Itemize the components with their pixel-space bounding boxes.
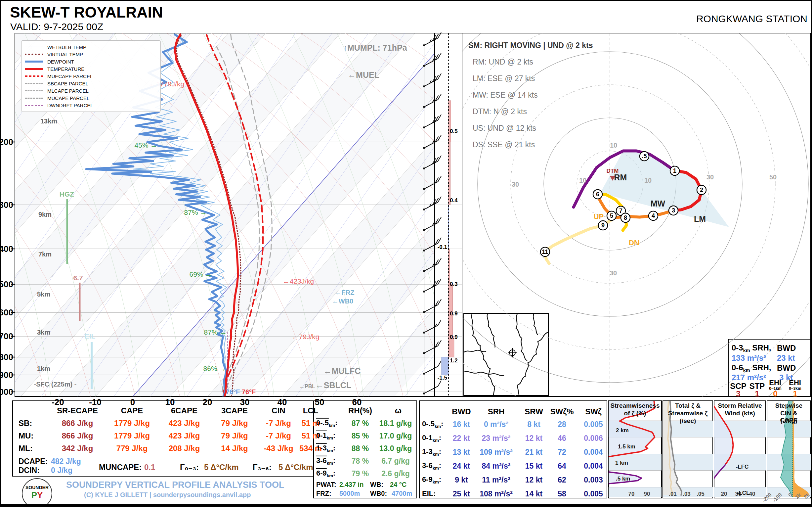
gamma03-label: Γ₀₋₃: [180,463,199,472]
kin-row-label: EIL: [422,490,436,498]
rh-row-label: 0-1km: [316,431,335,441]
pressure-tick-700: 700 [0,331,13,342]
svg-text:7: 7 [619,208,622,214]
inset-title: (/sec) [680,418,696,425]
kin-header-4: SWζ [585,407,602,416]
legend-item: MUECAPE PARCEL [25,72,157,80]
pressure-tick-300: 300 [0,200,13,210]
gamma36-value: 5 Δ°C/km [278,463,313,472]
frz-value: 5000m [339,490,360,497]
legend-line-sample [25,75,43,77]
annotation: 87% → [204,328,227,336]
svg-text:8: 8 [624,215,627,221]
legend-item: MLCAPE PARCEL [25,87,157,94]
annotation: 87% → [184,209,207,216]
hodo-info-line: SM: RIGHT MOVING | UND @ 2 kts [469,41,593,50]
pressure-tick-800: 800 [0,352,13,362]
muncape-value: 0.1 [144,463,155,472]
svg-text:-LCL: -LCL [737,490,750,496]
svg-text:UP: UP [594,213,604,221]
svg-text:30: 30 [512,181,519,188]
kin-value: 21 kt [525,448,543,457]
thermo-value: 79 J/kg [221,431,248,441]
legend-item-label: MLCAPE PARCEL [47,88,89,94]
thermo-value: 14 J/kg [221,444,248,453]
pwat-value: 2.437 in [339,481,364,489]
kin-header-1: SRH [488,407,505,416]
legend-line-sample [25,68,43,70]
pwat-label: PWAT: [316,481,336,489]
scp-value: 3 [736,389,740,398]
ehi3-value: 1 [793,389,797,398]
thermo-value: -7 J/kg [266,431,291,441]
annotation: -SFC (225m) - [34,381,77,388]
thermo-value: 866 J/kg [62,418,93,428]
kin-value: 25 kt [453,490,470,498]
svg-text:4: 4 [651,213,655,219]
kin-row-label: 0-1km: [422,434,441,443]
legend-item-label: VIRTUAL TEMP [47,52,83,57]
dcin-label: DCIN: [18,466,40,475]
stp-value: 1 [755,389,759,398]
rh-header: RH(%) [348,406,372,415]
kin-value: 0.005 [584,420,603,429]
legend-line-sample [25,90,43,91]
omega-header: ω [395,406,401,415]
legend-item: MUCAPE PARCEL [25,94,157,102]
rh-value: 88 % [352,444,369,453]
kin-value: 14 kt [525,490,543,498]
credit-link[interactable]: (C) KYLE J GILLETT | sounderpysoundings.… [84,491,251,499]
hodo-info-line: RM: UND @ 2 kts [473,58,533,66]
svg-text:.5 km: .5 km [616,475,630,482]
kin-value: 16 kt [453,420,470,429]
bwd03-label: BWD [777,343,796,353]
logo-p: P [32,490,37,500]
svg-text:20: 20 [721,491,727,497]
gamma03-value: 5 Δ°C/km [204,463,239,472]
thermo-header-SR-ECAPE: SR-ECAPE [57,406,98,415]
bwd03-value: 23 kt [777,353,795,363]
mixing-ratio-value: 6.7 g/kg [381,457,410,466]
svg-text:2 km: 2 km [616,427,629,434]
svg-text:-0.1: -0.1 [438,244,447,250]
kin-value: 23 m²/s² [482,434,511,443]
pressure-tick-400: 400 [0,244,13,254]
temp-tick-20: 20 [203,397,212,407]
legend-item-label: TEMPERATURE [47,66,84,72]
legend-item: SBCAPE PARCEL [25,80,157,87]
inset-title: Streamwise ζ [668,410,708,417]
thermo-header-3CAPE: 3CAPE [221,406,248,415]
svg-text:2: 2 [700,187,703,193]
pressure-tick-600: 600 [0,307,13,318]
dcape-value: 482 J/kg [51,457,81,466]
svg-text:-LFC: -LFC [736,464,749,470]
muncape-label: MUNCAPE: [99,463,141,472]
thermo-value: 423 J/kg [169,418,200,428]
legend-item-label: DWNDRFT PARCEL [47,103,93,108]
kin-header-3: SWζ% [550,407,573,416]
dcin-value: 0 J/kg [51,466,72,475]
svg-text:0.3: 0.3 [450,281,458,287]
thermo-value: 79 J/kg [221,418,248,428]
legend-line-sample [25,47,43,47]
rh-row-label: 6-9km: [316,469,335,478]
svg-text:DN: DN [629,239,639,247]
inset-title: Stepwise [775,402,802,409]
kin-value: 8 kt [527,420,541,429]
annotation: 76°F [242,388,256,396]
kin-value: 108 m²/s² [480,490,513,498]
legend-item-label: MUECAPE PARCEL [47,73,92,79]
thermo-value: -43 J/kg [264,444,293,453]
svg-text:.05: .05 [697,491,704,497]
kin-value: 22 kt [453,434,470,443]
svg-text:0.5: 0.5 [450,128,458,134]
annotation: ←MUEL [348,70,379,80]
height-label-5km: 5km [37,291,50,298]
kin-header-0: BWD [452,407,471,416]
kin-value: 0.006 [584,434,603,443]
svg-text:LM: LM [694,214,706,223]
thermo-value: 423 J/kg [169,431,200,441]
legend-item: VIRTUAL TEMP [25,51,157,58]
kin-value: 12 kt [525,475,543,485]
kin-value: 12 kt [525,434,543,443]
